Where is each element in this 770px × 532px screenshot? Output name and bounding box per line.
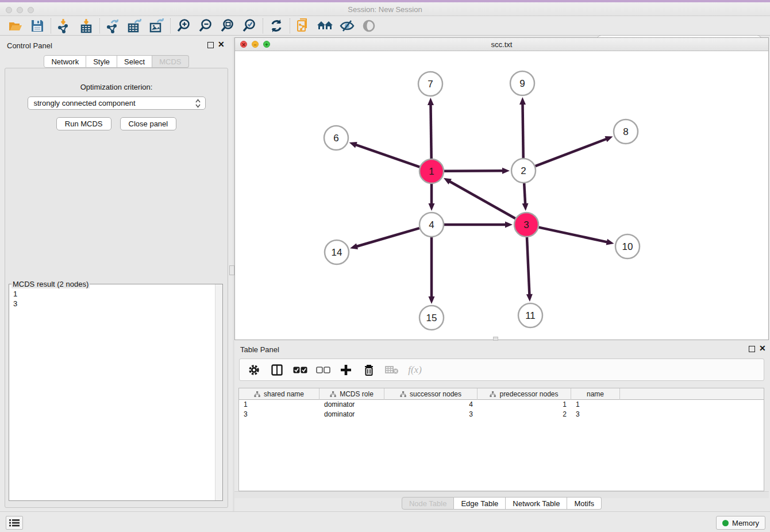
horizontal-splitter-handle[interactable] <box>493 337 498 341</box>
graph-arrowhead <box>606 239 614 245</box>
column-header-name[interactable]: name <box>571 388 620 400</box>
checked-boxes-icon <box>293 367 307 373</box>
mcds-buttons: Run MCDS Close panel <box>5 117 228 130</box>
cell-predecessor-nodes: 1 <box>478 400 571 410</box>
network-window-titlebar[interactable]: ✕ − + scc.txt <box>235 38 768 51</box>
vertical-splitter-handle[interactable] <box>229 265 234 275</box>
table-row[interactable]: 1 dominator 4 1 1 <box>239 400 764 410</box>
graph-arrowhead <box>350 243 358 249</box>
result-scrollbar[interactable] <box>215 284 222 500</box>
table-panel: Table Panel ✕ <box>234 342 769 511</box>
export-table-button[interactable] <box>124 17 146 34</box>
show-column-button[interactable] <box>270 363 284 377</box>
export-image-button[interactable] <box>146 17 168 34</box>
node-table[interactable]: shared name MCDS role successor nodes pr… <box>238 388 764 491</box>
clone-network-button[interactable] <box>292 17 314 34</box>
optimization-criterion-select[interactable]: strongly connected component <box>28 97 206 110</box>
table-panel-title: Table Panel <box>240 345 279 354</box>
float-panel-icon[interactable] <box>207 42 214 48</box>
graph-edge-3-11[interactable] <box>527 237 529 295</box>
delete-column-button[interactable] <box>361 363 376 377</box>
graph-arrowhead <box>349 142 357 148</box>
birdseye-view-button[interactable] <box>358 17 380 34</box>
graph-edge-1-7[interactable] <box>430 104 431 159</box>
tree-icon <box>254 391 260 397</box>
save-session-button[interactable] <box>26 17 48 34</box>
unselect-all-button[interactable] <box>315 363 330 377</box>
graph-edge-2-8[interactable] <box>536 138 607 166</box>
float-table-panel-icon[interactable] <box>749 346 755 352</box>
zoom-selected-icon <box>242 18 257 33</box>
network-canvas[interactable]: 7968124314101511 <box>235 51 768 340</box>
open-folder-icon <box>8 19 23 33</box>
cell-mcds-role: dominator <box>319 410 384 419</box>
zoom-in-button[interactable] <box>173 17 195 34</box>
column-header-predecessor-nodes[interactable]: predecessor nodes <box>478 388 571 400</box>
function-builder-button[interactable]: f(x) <box>407 363 422 377</box>
eye-slash-icon <box>339 19 355 33</box>
toolbar-separator <box>170 18 171 33</box>
cell-predecessor-nodes: 2 <box>478 410 571 419</box>
open-file-button[interactable] <box>5 17 26 34</box>
tab-motifs[interactable]: Motifs <box>567 497 602 510</box>
table-row[interactable]: 3 dominator 3 2 3 <box>239 410 764 419</box>
clear-table-icon <box>385 365 399 375</box>
zoom-out-button[interactable] <box>195 17 217 34</box>
close-table-panel-icon[interactable]: ✕ <box>759 344 766 353</box>
close-panel-button[interactable]: Close panel <box>120 117 177 130</box>
zoom-out-icon <box>198 18 213 33</box>
memory-button[interactable]: Memory <box>716 516 765 530</box>
graph-node-label: 6 <box>333 133 338 144</box>
import-network-button[interactable] <box>53 17 75 34</box>
tab-node-table[interactable]: Node Table <box>402 497 455 510</box>
export-network-button[interactable] <box>102 17 124 34</box>
clear-table-button[interactable] <box>384 363 399 377</box>
network-graph: 7968124314101511 <box>235 51 768 340</box>
network-view-window: ✕ − + scc.txt 7968124314101511 <box>234 37 769 340</box>
graph-edge-1-2[interactable] <box>444 171 503 171</box>
tab-network-table[interactable]: Network Table <box>506 497 567 510</box>
refresh-button[interactable] <box>265 17 287 34</box>
mcds-result-item: 3 <box>13 299 211 309</box>
mcds-result-list[interactable]: 1 3 <box>9 287 215 500</box>
graph-arrowhead <box>429 203 435 211</box>
graph-edge-3-10[interactable] <box>539 228 608 242</box>
create-column-button[interactable] <box>338 363 353 377</box>
table-settings-button[interactable] <box>247 363 261 377</box>
network-window-title: scc.txt <box>235 40 768 49</box>
column-header-successor-nodes[interactable]: successor nodes <box>384 388 478 400</box>
fx-icon: f(x) <box>408 364 422 376</box>
graph-edge-3-1[interactable] <box>449 181 515 218</box>
tab-select[interactable]: Select <box>117 55 152 68</box>
tab-style[interactable]: Style <box>86 55 117 68</box>
run-mcds-button[interactable]: Run MCDS <box>56 117 111 130</box>
refresh-icon <box>269 18 284 33</box>
graph-edge-2-3[interactable] <box>524 183 525 205</box>
cell-name: 1 <box>571 400 620 410</box>
control-panel: Control Panel ✕ Network Style Select MCD… <box>0 37 233 511</box>
import-table-button[interactable] <box>75 17 97 34</box>
memory-label: Memory <box>732 519 759 527</box>
graph-edge-2-9[interactable] <box>522 103 523 158</box>
graph-edge-4-14[interactable] <box>356 228 419 246</box>
task-history-button[interactable] <box>6 516 23 530</box>
hide-graphics-button[interactable] <box>336 17 358 34</box>
graph-edge-1-6[interactable] <box>355 145 419 167</box>
mcds-result-box: MCDS result (2 nodes) 1 3 <box>9 284 223 501</box>
column-header-mcds-role[interactable]: MCDS role <box>319 388 384 400</box>
zoom-fit-button[interactable] <box>217 17 238 34</box>
tree-icon <box>490 391 496 397</box>
home-view-button[interactable] <box>314 17 336 34</box>
tab-edge-table[interactable]: Edge Table <box>454 497 506 510</box>
toolbar-separator <box>290 18 290 33</box>
list-icon <box>9 519 20 527</box>
zoom-selected-button[interactable] <box>238 17 260 34</box>
graph-arrowhead <box>522 203 529 211</box>
column-header-shared-name[interactable]: shared name <box>239 388 319 400</box>
tab-mcds[interactable]: MCDS <box>152 55 188 68</box>
close-panel-icon[interactable]: ✕ <box>218 40 225 49</box>
toolbar-separator <box>99 18 100 33</box>
select-all-button[interactable] <box>292 363 307 377</box>
tab-network[interactable]: Network <box>44 55 86 68</box>
tree-icon <box>330 391 336 397</box>
